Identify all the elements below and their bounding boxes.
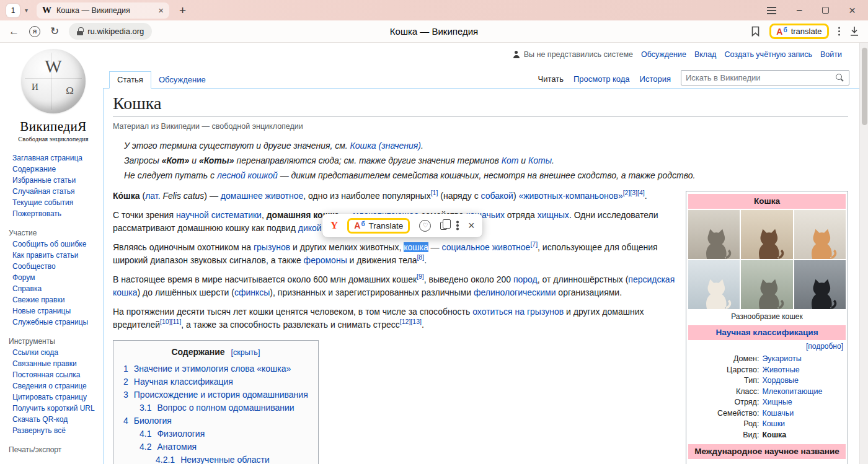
wiki-link[interactable]: собакой xyxy=(481,191,513,201)
toc-item[interactable]: 4.2.1Неизученные области xyxy=(123,453,308,464)
wiki-link[interactable]: грызунов xyxy=(254,242,290,252)
view-tab[interactable]: Читать xyxy=(538,74,564,84)
personal-link[interactable]: Обсуждение xyxy=(641,50,686,59)
wiki-link[interactable]: хищных xyxy=(538,210,569,220)
toc-link[interactable]: Физиология xyxy=(157,427,205,440)
wiki-link[interactable]: охотиться на грызунов xyxy=(472,307,564,317)
sidebar-link[interactable]: Заглавная страница xyxy=(9,152,98,164)
copy-icon[interactable] xyxy=(440,222,447,230)
yandex-logo-icon[interactable]: Y xyxy=(330,219,338,232)
wikipedia-search-input[interactable] xyxy=(686,73,836,82)
sidebar-link[interactable]: Постоянная ссылка xyxy=(9,369,98,380)
toc-hide-link[interactable]: [скрыть] xyxy=(231,348,260,357)
yandex-icon[interactable]: Я xyxy=(29,26,40,37)
details-link[interactable]: [подробно] xyxy=(688,341,846,354)
tab-counter[interactable]: 1 xyxy=(6,4,20,17)
sidebar-link[interactable]: Пожертвовать xyxy=(9,208,98,219)
sidebar-link[interactable]: Сообщить об ошибке xyxy=(9,239,98,250)
wiki-link[interactable]: лесной кошкой xyxy=(217,170,278,180)
sidebar-link[interactable]: Ссылки сюда xyxy=(9,347,98,358)
sidebar-link[interactable]: Форум xyxy=(9,272,98,283)
wiki-link[interactable]: феромоны xyxy=(304,255,347,265)
browser-tab[interactable]: W Кошка — Википедия × xyxy=(37,2,169,19)
wiki-link[interactable]: сфинксы xyxy=(234,287,270,297)
wikipedia-search-box[interactable] xyxy=(681,70,849,85)
wikipedia-wordmark[interactable]: ВикипедиЯ xyxy=(9,119,98,134)
sidebar-link[interactable]: Как править статьи xyxy=(9,250,98,261)
wiki-link[interactable]: пород xyxy=(513,274,538,284)
namespace-tab[interactable]: Статья xyxy=(109,71,151,89)
sidebar-link[interactable]: Справка xyxy=(9,283,98,294)
reference-link[interactable]: [1] xyxy=(431,190,438,197)
sidebar-link[interactable]: Цитировать страницу xyxy=(9,392,98,403)
close-window-icon[interactable]: × xyxy=(849,4,856,16)
wiki-link[interactable]: лат. xyxy=(145,191,160,201)
sidebar-link[interactable]: Текущие события xyxy=(9,197,98,208)
cat-photo[interactable] xyxy=(794,210,846,259)
wiki-link[interactable]: Кошка (значения) xyxy=(350,141,421,151)
reload-icon[interactable]: ↻ xyxy=(50,25,59,38)
sidebar-link[interactable]: Скачать QR-код xyxy=(9,414,98,425)
sidebar-link[interactable]: Новые страницы xyxy=(9,305,98,317)
reference-link[interactable]: [7] xyxy=(530,241,538,248)
sidebar-link[interactable]: Случайная статья xyxy=(9,186,98,197)
back-icon[interactable]: ← xyxy=(9,25,19,38)
toc-link[interactable]: Анатомия xyxy=(157,440,197,453)
chevron-down-icon[interactable]: ▾ xyxy=(25,7,28,14)
reactions-heart-icon[interactable]: ♡ xyxy=(419,220,431,232)
toc-item[interactable]: 3.1Вопрос о полном одомашнивании xyxy=(123,401,308,414)
sidebar-link[interactable]: Развернуть всё xyxy=(9,425,98,436)
view-tab[interactable]: История xyxy=(640,74,671,84)
download-icon[interactable] xyxy=(849,26,859,37)
toc-link[interactable]: Научная классификация xyxy=(134,375,233,388)
taxonomy-value[interactable]: Хищные xyxy=(762,397,846,408)
namespace-tab[interactable]: Обсуждение xyxy=(151,72,213,88)
reference-link[interactable]: [10][11] xyxy=(160,318,181,326)
taxonomy-value[interactable]: Кошачьи xyxy=(762,408,846,419)
wiki-link[interactable]: «животных-компаньонов» xyxy=(518,191,622,201)
close-popup-icon[interactable]: × xyxy=(468,220,475,231)
address-bar[interactable]: ru.wikipedia.org xyxy=(69,23,152,40)
toc-item[interactable]: 4Биология xyxy=(123,414,308,427)
sidebar-link[interactable]: Сведения о странице xyxy=(9,380,98,392)
toc-link[interactable]: Значение и этимология слова «кошка» xyxy=(134,362,291,375)
cat-photo[interactable] xyxy=(741,210,792,259)
taxonomy-value[interactable]: Кошки xyxy=(762,419,846,430)
wiki-link[interactable]: социальное животное xyxy=(442,242,531,252)
toc-link[interactable]: Вопрос о полном одомашнивании xyxy=(157,401,294,414)
taxonomy-value[interactable]: Эукариоты xyxy=(762,354,846,365)
sidebar-link[interactable]: Избранные статьи xyxy=(9,175,98,186)
scrollbar-thumb[interactable] xyxy=(862,48,867,125)
personal-link[interactable]: Создать учётную запись xyxy=(724,50,812,59)
reference-link[interactable]: [9] xyxy=(417,273,424,281)
reference-link[interactable]: [12][13] xyxy=(400,318,422,326)
page-scrollbar[interactable] xyxy=(859,43,868,464)
personal-link[interactable]: Войти xyxy=(820,50,842,59)
sidebar-link[interactable]: Получить короткий URL xyxy=(9,403,98,414)
toc-link[interactable]: Происхождение и история одомашнивания xyxy=(134,388,308,401)
wiki-link[interactable]: научной систематики xyxy=(176,210,262,220)
menu-icon[interactable] xyxy=(767,10,776,11)
sidebar-link[interactable]: Служебные страницы xyxy=(9,317,98,328)
bookmark-icon[interactable] xyxy=(751,26,760,37)
maximize-icon[interactable] xyxy=(822,7,829,14)
close-tab-icon[interactable]: × xyxy=(158,6,164,15)
toc-item[interactable]: 4.2Анатомия xyxy=(123,440,308,453)
wiki-link[interactable]: фелинологическими xyxy=(474,287,556,297)
cat-photo[interactable] xyxy=(741,260,792,309)
sidebar-link[interactable]: Содержание xyxy=(9,164,98,175)
taxonomy-value[interactable]: Млекопитающие xyxy=(762,387,846,398)
personal-link[interactable]: Вклад xyxy=(694,50,717,59)
wiki-link[interactable]: Коты xyxy=(528,155,552,165)
wiki-link[interactable]: домашнее животное xyxy=(221,191,303,201)
view-tab[interactable]: Просмотр кода xyxy=(574,74,630,84)
sidebar-link[interactable]: Свежие правки xyxy=(9,294,98,305)
reference-link[interactable]: [8] xyxy=(417,254,424,261)
wiki-link[interactable]: Кот xyxy=(502,155,519,165)
popup-translate-button[interactable]: Aб Translate xyxy=(347,218,410,234)
toc-item[interactable]: 4.1Физиология xyxy=(123,427,308,440)
taxonomy-value[interactable]: Животные xyxy=(762,365,846,376)
minimize-icon[interactable]: – xyxy=(796,4,802,17)
more-options-icon[interactable] xyxy=(838,30,841,33)
sidebar-link[interactable]: Связанные правки xyxy=(9,358,98,369)
